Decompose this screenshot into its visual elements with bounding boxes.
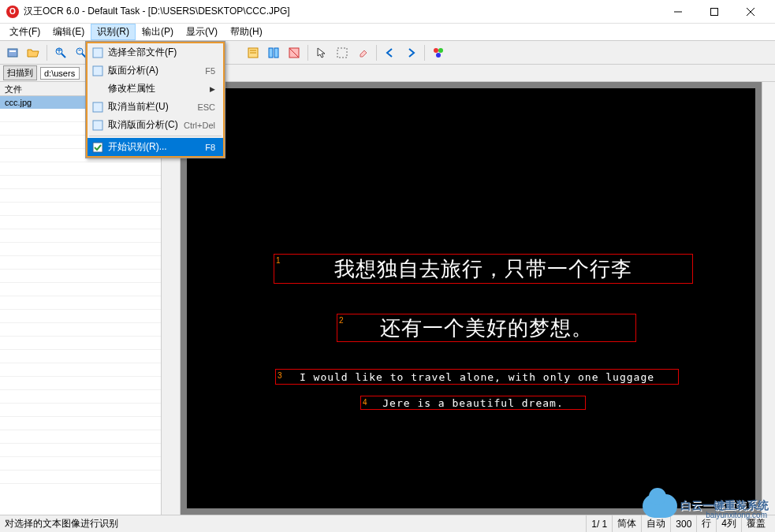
svg-rect-5 <box>93 66 102 76</box>
list-item <box>0 390 161 404</box>
svg-rect-9 <box>8 49 17 57</box>
cloud-icon <box>643 494 677 518</box>
ocr-box-marker: 3 <box>278 371 283 380</box>
menu-item-submenu[interactable]: 修改栏属性▶ <box>88 80 223 98</box>
select-tool[interactable] <box>333 43 352 62</box>
scan-path-input[interactable] <box>40 67 80 80</box>
zoom-in-button[interactable]: + <box>51 43 70 62</box>
vertical-scrollbar[interactable] <box>762 82 775 515</box>
menu-item-cancel-layout[interactable]: 取消版面分析(C)Ctrl+Del <box>88 116 223 134</box>
list-item <box>0 216 161 229</box>
cancel-layout-icon <box>91 119 105 132</box>
submenu-arrow-icon: ▶ <box>210 85 220 93</box>
scan-button[interactable] <box>3 43 22 62</box>
scan-to-label: 扫描到 <box>3 65 37 80</box>
menu-recognize[interactable]: 识别(R) <box>91 24 136 40</box>
start-recognize-icon <box>91 141 105 154</box>
status-lang: 简体 <box>612 515 641 532</box>
svg-point-25 <box>434 48 438 53</box>
menu-output[interactable]: 输出(P) <box>136 24 180 40</box>
list-item <box>0 430 161 444</box>
content-area: 我想独自去旅行，只带一个行李1还有一个美好的梦想。2I would like t… <box>162 82 775 515</box>
eraser-tool[interactable] <box>353 43 372 62</box>
list-item <box>0 229 161 243</box>
list-item <box>0 444 161 457</box>
menu-item-label: 修改栏属性 <box>108 82 210 95</box>
list-item <box>0 256 161 270</box>
svg-rect-21 <box>274 48 278 58</box>
svg-rect-8 <box>93 143 102 152</box>
menu-item-label: 开始识别(R)... <box>108 140 205 154</box>
maximize-button[interactable] <box>696 0 732 24</box>
list-item <box>0 243 161 256</box>
prev-button[interactable] <box>381 43 400 62</box>
settings-button[interactable] <box>429 43 448 62</box>
file-list[interactable]: ccc.jpg <box>0 96 161 515</box>
status-dpi: 300 <box>670 515 696 532</box>
menu-item-label: 取消版面分析(C) <box>108 118 184 132</box>
image-canvas: 我想独自去旅行，只带一个行李1还有一个美好的梦想。2I would like t… <box>187 88 755 508</box>
menu-shortcut: Ctrl+Del <box>184 121 220 130</box>
list-item <box>0 176 161 189</box>
app-icon: O <box>6 6 19 18</box>
svg-text:-: - <box>78 47 81 55</box>
close-button[interactable] <box>732 0 769 24</box>
ocr-box-marker: 2 <box>339 316 345 325</box>
svg-rect-7 <box>93 121 102 130</box>
svg-text:+: + <box>56 47 61 56</box>
layout-tool-1[interactable] <box>244 43 263 62</box>
next-button[interactable] <box>401 43 420 62</box>
status-auto: 自动 <box>641 515 670 532</box>
ocr-recognition-box[interactable]: Jere is a beautiful dream.4 <box>360 396 586 410</box>
window-title: 汉王OCR 6.0 - Default Task - [D:\USERS\DES… <box>24 5 660 18</box>
open-button[interactable] <box>24 43 43 62</box>
menu-item-start-recognize[interactable]: 开始识别(R)...F8 <box>88 138 223 156</box>
layout-tool-3[interactable] <box>285 43 304 62</box>
menu-shortcut: ESC <box>197 102 220 112</box>
menu-item-label: 版面分析(A) <box>108 64 205 77</box>
ocr-box-marker: 1 <box>276 256 281 265</box>
status-page: 1/ 1 <box>586 515 612 532</box>
menu-item-label: 取消当前栏(U) <box>108 100 197 113</box>
canvas-viewport[interactable]: 我想独自去旅行，只带一个行李1还有一个美好的梦想。2I would like t… <box>181 82 762 515</box>
pointer-tool[interactable] <box>312 43 331 62</box>
list-item <box>0 310 161 323</box>
ocr-recognition-box[interactable]: 我想独自去旅行，只带一个行李1 <box>274 254 693 284</box>
svg-rect-24 <box>337 48 347 58</box>
menu-shortcut: F5 <box>205 66 220 76</box>
list-item <box>0 189 161 203</box>
svg-point-26 <box>438 48 443 53</box>
menu-edit[interactable]: 编辑(E) <box>47 24 91 40</box>
list-item <box>0 270 161 283</box>
menu-shortcut: F8 <box>205 143 220 152</box>
list-item <box>0 417 161 430</box>
status-text: 对选择的文本图像进行识别 <box>5 517 586 530</box>
list-item <box>0 283 161 296</box>
menu-item-label: 选择全部文件(F) <box>108 46 215 59</box>
title-bar: O 汉王OCR 6.0 - Default Task - [D:\USERS\D… <box>0 0 775 24</box>
menu-item-layout[interactable]: 版面分析(A)F5 <box>88 61 223 80</box>
layout-tool-2[interactable] <box>264 43 283 62</box>
cancel-col-icon <box>91 101 105 113</box>
menu-item-cancel-col[interactable]: 取消当前栏(U)ESC <box>88 98 223 116</box>
menu-file[interactable]: 文件(F) <box>3 24 47 40</box>
svg-rect-20 <box>269 48 273 58</box>
minimize-button[interactable] <box>660 0 696 24</box>
menu-item-select-all[interactable]: 选择全部文件(F) <box>88 43 223 61</box>
watermark: 白云一键重装系统 baiyunxitong.com <box>643 494 769 518</box>
ocr-recognition-box[interactable]: I would like to travel alone, with only … <box>275 369 679 385</box>
watermark-url: baiyunxitong.com <box>706 511 767 519</box>
menu-help[interactable]: 帮助(H) <box>224 24 269 40</box>
menu-bar: 文件(F)编辑(E)识别(R)输出(P)显示(V)帮助(H) <box>0 24 775 41</box>
list-item <box>0 323 161 337</box>
svg-rect-1 <box>711 8 718 15</box>
ocr-recognition-box[interactable]: 还有一个美好的梦想。2 <box>337 314 636 342</box>
select-all-icon <box>91 47 105 59</box>
blank-icon <box>91 83 105 95</box>
svg-rect-10 <box>9 50 16 52</box>
list-item <box>0 203 161 216</box>
list-item <box>0 457 161 471</box>
menu-view[interactable]: 显示(V) <box>180 24 224 40</box>
menu-separator <box>89 136 222 136</box>
list-item <box>0 377 161 390</box>
